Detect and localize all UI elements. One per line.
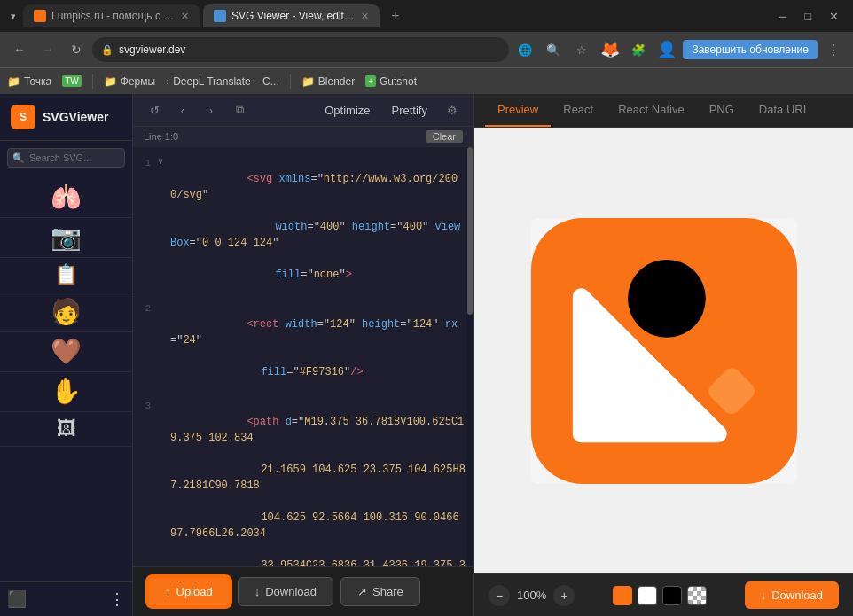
tab-react[interactable]: React <box>551 94 606 127</box>
sidebar-item-frame[interactable]: 🖼 <box>0 412 132 447</box>
zoom-minus-btn[interactable]: − <box>489 585 510 606</box>
forward-code-btn[interactable]: › <box>200 99 222 121</box>
bookmark-item-4[interactable]: › DeepL Translate – C... <box>166 75 279 88</box>
preview-download-btn[interactable]: ↓ Download <box>745 581 839 609</box>
star-btn[interactable]: ☆ <box>569 37 594 62</box>
minimize-btn[interactable]: ─ <box>771 6 794 27</box>
bookmark-item-1[interactable]: 📁 Точка <box>7 75 51 88</box>
back-code-btn[interactable]: ‹ <box>172 99 193 121</box>
maximize-btn[interactable]: □ <box>797 6 818 27</box>
zoom-plus-btn[interactable]: + <box>553 585 575 606</box>
line-num-2: 2 <box>133 300 158 316</box>
expand-btn[interactable]: ▾ <box>7 7 20 26</box>
emoji-hand: ✋ <box>51 379 82 404</box>
undo-btn[interactable]: ↺ <box>144 99 165 121</box>
address-text: svgviewer.dev <box>119 43 185 56</box>
extensions-btn[interactable]: 🧩 <box>626 37 651 62</box>
bookmark-item-6[interactable]: + Gutshot <box>365 75 417 88</box>
more-options-icon[interactable]: ⋮ <box>109 589 125 609</box>
sidebar-item-person[interactable]: 🧑 <box>0 292 132 332</box>
refresh-btn[interactable]: ↻ <box>64 37 89 62</box>
line-toggle-1[interactable]: ∨ <box>158 155 170 168</box>
emoji-person: 🧑 <box>51 300 82 324</box>
logo-text: SVGViewer <box>43 110 108 124</box>
line-content-3: <path d="M19.375 36.7818V100.625C19.375 … <box>170 398 473 566</box>
line-num-1: 1 <box>133 155 158 171</box>
bookmark-item-5[interactable]: 📁 Blender <box>301 75 355 88</box>
search-btn[interactable]: 🔍 <box>541 37 566 62</box>
preview-download-icon: ↓ <box>761 589 767 602</box>
bookmarks-bar: 📁 Точка TW 📁 Фермы › DeepL Translate – C… <box>0 67 853 94</box>
tab-active[interactable]: SVG Viewer - View, edit, and op... ✕ <box>203 4 380 27</box>
bookmark-item-3[interactable]: 📁 Фермы <box>104 75 155 88</box>
download-btn[interactable]: ↓ Download <box>238 577 333 606</box>
address-bar[interactable]: 🔒 svgviewer.dev <box>92 37 509 62</box>
search-bar: 🔍 <box>7 148 125 168</box>
profile-icon[interactable]: 🦊 <box>598 37 622 62</box>
bg-checker-option[interactable] <box>687 586 707 605</box>
share-btn[interactable]: ↗ Share <box>340 577 420 606</box>
svg-rect-0 <box>531 218 797 484</box>
prettify-btn[interactable]: Prettify <box>385 102 434 119</box>
download-icon: ↓ <box>254 585 261 598</box>
translate-btn[interactable]: 🌐 <box>513 37 537 62</box>
nav-bar: ← → ↻ 🔒 svgviewer.dev 🌐 🔍 ☆ 🦊 🧩 👤 Заверш… <box>0 32 853 67</box>
bookmark-label-5: Blender <box>318 75 355 88</box>
bg-white-option[interactable] <box>638 586 657 605</box>
sidebar-item-brown-heart[interactable]: 🤎 <box>0 332 132 372</box>
bg-black-option[interactable] <box>662 586 682 605</box>
line-content-2: <rect width="124" height="124" rx="24" f… <box>170 300 473 396</box>
zoom-value: 100% <box>517 589 546 602</box>
copy-btn[interactable]: ⧉ <box>229 99 250 121</box>
share-icon: ↗ <box>357 585 367 598</box>
dark-mode-icon[interactable]: ⬛ <box>7 589 27 609</box>
bookmark-label-3: Фермы <box>121 75 155 88</box>
bookmark-separator-1 <box>92 74 93 89</box>
tab-label-1: Lumpics.ru - помощь с компьют... <box>51 10 176 22</box>
sidebar-item-hand[interactable]: ✋ <box>0 372 132 412</box>
emoji-frame: 🖼 <box>57 419 76 439</box>
bg-orange-option[interactable] <box>613 586 632 605</box>
preview-area: Preview React React Native PNG Data URI … <box>474 94 853 616</box>
folder-icon-1: 📁 <box>7 75 20 88</box>
forward-btn[interactable]: → <box>35 37 60 62</box>
tab-data-uri[interactable]: Data URI <box>747 94 818 127</box>
bookmark-item-2[interactable]: TW <box>62 75 82 87</box>
sidebar-item-camera[interactable]: 📷 <box>0 218 132 258</box>
tab-close-1[interactable]: ✕ <box>181 11 189 22</box>
upload-icon: ↑ <box>165 585 171 598</box>
bookmark-separator-2 <box>290 74 291 89</box>
upload-btn[interactable]: ↑ Upload <box>147 576 231 607</box>
search-icon: 🔍 <box>12 152 25 164</box>
emoji-lungs: 🫁 <box>51 185 82 210</box>
tab-png[interactable]: PNG <box>697 94 747 127</box>
back-btn[interactable]: ← <box>7 37 32 62</box>
zoom-controls: − 100% + <box>489 585 575 606</box>
plus-icon: + <box>365 75 376 87</box>
tab-react-native[interactable]: React Native <box>606 94 696 127</box>
tab-inactive[interactable]: Lumpics.ru - помощь с компьют... ✕ <box>23 4 200 27</box>
new-tab-btn[interactable]: + <box>383 4 408 28</box>
code-editor[interactable]: 1 ∨ <svg xmlns="http://www.w3.org/2000/s… <box>133 147 473 566</box>
svg-point-1 <box>627 259 705 337</box>
update-btn[interactable]: Завершить обновление <box>683 40 818 59</box>
editor-bottom-bar: ↑ Upload ↓ Download ↗ Share <box>133 566 473 616</box>
menu-btn[interactable]: ⋮ <box>821 37 846 62</box>
editor-scrollthumb[interactable] <box>467 147 473 315</box>
tab-close-2[interactable]: ✕ <box>361 11 369 22</box>
optimize-btn[interactable]: Optimize <box>317 102 377 119</box>
settings-btn[interactable]: ⚙ <box>442 99 463 121</box>
sidebar-item-clipboard[interactable]: 📋 <box>0 258 132 292</box>
sidebar-item-lungs[interactable]: 🫁 <box>0 178 132 218</box>
line-position: Line 1:0 <box>144 131 178 142</box>
clear-btn[interactable]: Clear <box>426 130 463 143</box>
logo-icon: S <box>11 105 35 129</box>
tab-preview[interactable]: Preview <box>485 94 551 127</box>
code-editor-outer: 1 ∨ <svg xmlns="http://www.w3.org/2000/s… <box>133 147 473 566</box>
close-window-btn[interactable]: ✕ <box>822 6 846 27</box>
editor-toolbar: ↺ ‹ › ⧉ Optimize Prettify ⚙ <box>133 94 473 127</box>
preview-footer: − 100% + ↓ Download <box>474 573 853 616</box>
preview-download-label: Download <box>771 589 823 602</box>
profile-avatar[interactable]: 👤 <box>654 37 679 62</box>
emoji-camera: 📷 <box>51 225 82 250</box>
